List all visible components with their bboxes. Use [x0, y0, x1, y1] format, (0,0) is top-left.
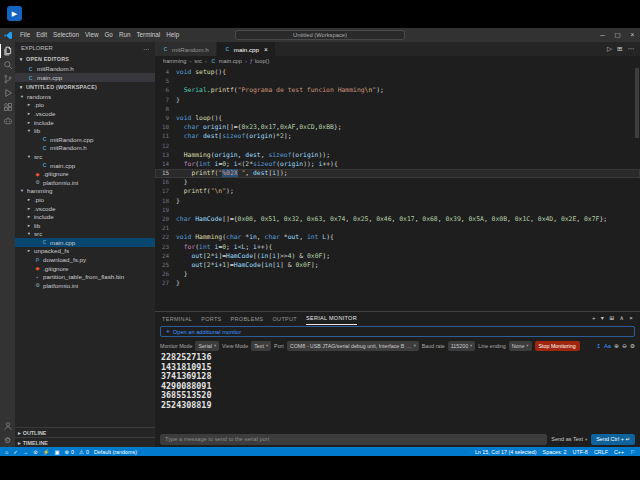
- monitor-mode-select[interactable]: Serial ▾: [195, 341, 219, 351]
- send-button[interactable]: Send Ctrl + ↵: [591, 434, 635, 445]
- panel-tab-terminal[interactable]: TERMINAL: [162, 312, 192, 325]
- panel-tab-output[interactable]: OUTPUT: [273, 312, 297, 325]
- tree-folder-.pio[interactable]: ▸.pio: [15, 101, 155, 110]
- breadcrumb-item[interactable]: ƒloop(): [250, 58, 270, 64]
- editor-scrollbar[interactable]: [635, 68, 639, 138]
- tree-file-mitrandom.h[interactable]: CmitRandom.h: [15, 144, 155, 153]
- tree-folder-lib[interactable]: ▸lib: [15, 221, 155, 230]
- breadcrumb-item[interactable]: Cmain.cpp: [210, 58, 242, 64]
- tree-folder-randoms[interactable]: ▾randoms: [15, 92, 155, 101]
- close-panel-icon[interactable]: ×: [629, 312, 633, 325]
- cursor-position[interactable]: Ln 15, Col 17 (4 selected): [475, 449, 537, 455]
- pio-home[interactable]: ⌂: [5, 449, 8, 455]
- code-line[interactable]: 23 for(int i=0; i<L; i++){: [155, 243, 640, 252]
- search-icon[interactable]: [0, 58, 15, 72]
- menu-help[interactable]: Help: [163, 28, 182, 42]
- view-mode-select[interactable]: Text ▾: [251, 341, 271, 351]
- menu-run[interactable]: Run: [116, 28, 134, 42]
- timeline-section[interactable]: ▸ TIMELINE: [15, 437, 155, 447]
- autoscroll-icon[interactable]: ↧: [596, 343, 601, 349]
- code-area[interactable]: 4void setup(){56 Serial.printf("Programa…: [155, 66, 640, 311]
- editor-tab-main.cpp[interactable]: Cmain.cpp×: [217, 42, 276, 56]
- code-line[interactable]: 8: [155, 105, 640, 114]
- split-panel-icon[interactable]: ⊞: [609, 312, 614, 325]
- line-ending-select[interactable]: None ▾: [509, 341, 532, 351]
- tree-file-main.cpp[interactable]: Cmain.cpp: [15, 161, 155, 170]
- tree-folder-src[interactable]: ▾src: [15, 152, 155, 161]
- serial-output[interactable]: 2282527136143181091537413691284290088091…: [155, 352, 640, 433]
- problems-warnings[interactable]: ⚠0: [79, 449, 89, 455]
- open-additional-monitor-button[interactable]: + Open an additional monitor: [160, 326, 635, 337]
- code-line[interactable]: 19: [155, 206, 640, 215]
- tree-file-platformio.ini[interactable]: ⚙platformio.ini: [15, 178, 155, 187]
- menu-edit[interactable]: Edit: [33, 28, 50, 42]
- menu-terminal[interactable]: Terminal: [133, 28, 163, 42]
- tree-folder-include[interactable]: ▸include: [15, 212, 155, 221]
- tree-folder-unpacked_fs[interactable]: ▸unpacked_fs: [15, 247, 155, 256]
- code-line[interactable]: 25 out[2*i+1]=HamCode[in[i] & 0x0F];: [155, 261, 640, 270]
- code-line[interactable]: 13 Hamming(origin, dest, sizeof(origin))…: [155, 151, 640, 160]
- menu-go[interactable]: Go: [101, 28, 115, 42]
- tree-file-main.cpp[interactable]: Cmain.cpp: [15, 238, 155, 247]
- pio-serial-monitor[interactable]: ⚡: [43, 449, 50, 455]
- code-line[interactable]: 10 char origin[]={0x23,0x17,0xAF,0xCD,0x…: [155, 123, 640, 132]
- port-select[interactable]: COM8 - USB JTAG/serial debug unit, Inter…: [287, 341, 419, 351]
- code-line[interactable]: 15 printf("%02X ", dest[i]);: [155, 169, 640, 178]
- new-terminal-icon[interactable]: +: [592, 312, 596, 325]
- more-editor-actions-icon[interactable]: ⋯: [628, 45, 635, 53]
- minimize-button[interactable]: ─: [595, 28, 610, 42]
- pio-env[interactable]: Default (randoms): [94, 449, 137, 455]
- stop-monitoring-button[interactable]: Stop Monitoring: [535, 341, 580, 351]
- problems-errors[interactable]: ⊗0: [65, 449, 75, 455]
- tree-folder-src[interactable]: ▾src: [15, 230, 155, 239]
- menu-file[interactable]: File: [17, 28, 33, 42]
- breadcrumb-item[interactable]: src: [194, 58, 202, 64]
- code-line[interactable]: 21: [155, 224, 640, 233]
- text-format-icon[interactable]: Aa: [604, 343, 611, 349]
- menu-view[interactable]: View: [82, 28, 102, 42]
- language-mode[interactable]: C++: [614, 449, 624, 455]
- more-actions-icon[interactable]: ⋯: [143, 45, 149, 52]
- split-editor-icon[interactable]: ⊞: [617, 45, 622, 53]
- code-line[interactable]: 27}: [155, 279, 640, 288]
- monitor-settings-icon[interactable]: ⚙: [630, 343, 635, 349]
- open-editor-item[interactable]: Cmain.cpp: [15, 73, 155, 82]
- pio-clean[interactable]: ⊘: [33, 449, 38, 455]
- code-line[interactable]: 18}: [155, 197, 640, 206]
- source-control-icon[interactable]: [0, 72, 15, 86]
- code-line[interactable]: 7}: [155, 96, 640, 105]
- pio-upload[interactable]: →: [23, 449, 28, 455]
- code-line[interactable]: 17 printf("\n");: [155, 187, 640, 196]
- zoom-in-icon[interactable]: ⊕: [614, 343, 619, 349]
- encoding[interactable]: UTF-8: [573, 449, 588, 455]
- send-as-select[interactable]: Send as Text ▾: [551, 436, 587, 442]
- tree-folder-.vscode[interactable]: ▸.vscode: [15, 204, 155, 213]
- tree-folder-.pio[interactable]: ▸.pio: [15, 195, 155, 204]
- code-line[interactable]: 6 Serial.printf("Programa de test funcio…: [155, 86, 640, 95]
- menu-selection[interactable]: Selection: [50, 28, 82, 42]
- terminal-dropdown-icon[interactable]: ▾: [601, 312, 604, 325]
- panel-tab-ports[interactable]: PORTS: [201, 312, 221, 325]
- pio-terminal[interactable]: ▣: [54, 449, 59, 455]
- tree-file-download_fs.py[interactable]: Pdownload_fs.py: [15, 255, 155, 264]
- code-line[interactable]: 24 out[2*i]=HamCode[(in[i]>>4) & 0x0F];: [155, 252, 640, 261]
- open-editors-header[interactable]: ▾ OPEN EDITORS: [15, 54, 155, 64]
- baud-rate-select[interactable]: 115200 ▾: [448, 341, 475, 351]
- code-line[interactable]: 26 }: [155, 270, 640, 279]
- account-icon[interactable]: [0, 419, 15, 433]
- notifications[interactable]: ⚐: [630, 449, 635, 455]
- extensions-icon[interactable]: [0, 100, 15, 114]
- pio-build[interactable]: ✓: [13, 449, 18, 455]
- code-line[interactable]: 14 for(int i=0; i<(2*sizeof(origin)); i+…: [155, 160, 640, 169]
- tree-file-mitrandom.cpp[interactable]: CmitRandom.cpp: [15, 135, 155, 144]
- close-tab-icon[interactable]: ×: [264, 46, 268, 53]
- code-line[interactable]: 22void Hamming(char *in, char *out, int …: [155, 233, 640, 242]
- code-line[interactable]: 12: [155, 142, 640, 151]
- serial-message-input[interactable]: [160, 434, 547, 445]
- run-debug-icon[interactable]: [0, 86, 15, 100]
- code-line[interactable]: 9void loop(){: [155, 114, 640, 123]
- tree-folder-.vscode[interactable]: ▸.vscode: [15, 109, 155, 118]
- workspace-header[interactable]: ▾ UNTITLED (WORKSPACE): [15, 82, 155, 92]
- indentation[interactable]: Spaces: 2: [543, 449, 567, 455]
- command-center[interactable]: Untitled (Workspace): [235, 30, 405, 40]
